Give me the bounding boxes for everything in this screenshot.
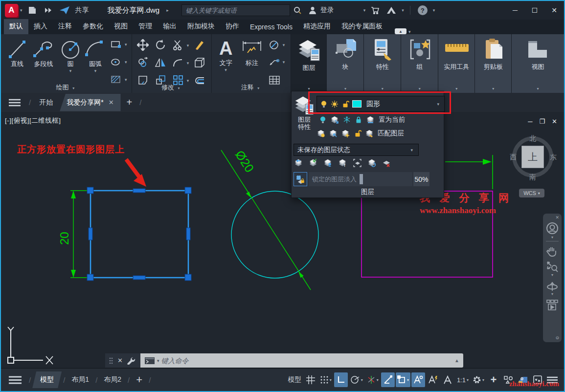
arc-button[interactable]: 圆弧 ▾ xyxy=(83,38,108,73)
autodesk-caret-icon[interactable]: ▾ xyxy=(402,8,404,13)
viewcube-east-label[interactable]: 东 xyxy=(550,153,557,162)
wcs-menu[interactable]: WCS▾ xyxy=(519,189,544,197)
layer-dropdown-caret-icon[interactable]: ▾ xyxy=(437,102,439,107)
annotation-autoscale-toggle[interactable] xyxy=(426,372,440,387)
erase-icon[interactable] xyxy=(194,39,205,51)
clipboard-icon[interactable] xyxy=(484,38,503,61)
zoom-extents-icon[interactable] xyxy=(546,261,559,273)
layer-isolate-icon[interactable] xyxy=(331,116,339,124)
file-tab-close-icon[interactable]: ✕ xyxy=(109,99,114,106)
ellipse-tool-button[interactable]: ▾ xyxy=(111,58,129,66)
unisolate-layers-icon[interactable] xyxy=(329,130,338,138)
properties-panel-caret-icon[interactable]: ▾ xyxy=(364,87,401,91)
ribbon-tab-featured-apps[interactable]: 精选应用 xyxy=(298,19,336,34)
arc-caret-icon[interactable]: ▾ xyxy=(94,68,97,73)
layout2-tab[interactable]: 布局2 xyxy=(99,371,126,388)
ribbon-tab-parametric[interactable]: 参数化 xyxy=(77,19,109,34)
ucs-icon[interactable] xyxy=(8,327,53,364)
maximize-button[interactable]: ☐ xyxy=(525,3,544,18)
quick-access-expand-icon[interactable] xyxy=(45,7,52,13)
layer-dropdown[interactable]: 圆形 ▾ xyxy=(316,96,445,112)
new-file-icon[interactable] xyxy=(28,6,38,15)
annotation-scale-value[interactable]: 1:1 ▾ xyxy=(455,372,470,387)
zoom-caret-icon[interactable]: ▾ xyxy=(551,273,553,277)
set-current-layer-icon[interactable] xyxy=(366,116,375,124)
layers-panel-caret-icon[interactable]: ▾ xyxy=(291,87,326,91)
ribbon-tab-annotate[interactable]: 注释 xyxy=(53,19,77,34)
turn-all-layers-on-icon[interactable] xyxy=(317,130,325,138)
ribbon-tab-output[interactable]: 输出 xyxy=(158,19,182,34)
command-input[interactable] xyxy=(161,357,455,365)
fillet-icon[interactable] xyxy=(172,57,184,68)
command-grip-icon[interactable] xyxy=(109,357,113,364)
close-button[interactable]: ✕ xyxy=(544,3,564,18)
gear-caret-icon[interactable]: ▾ xyxy=(482,378,484,382)
ribbon-tab-manage[interactable]: 管理 xyxy=(133,19,158,34)
properties-panel-label[interactable]: 特性 xyxy=(364,63,401,71)
groups-panel-caret-icon[interactable]: ▾ xyxy=(401,87,438,91)
clipboard-panel-caret-icon[interactable]: ▾ xyxy=(475,87,511,91)
snap-caret-icon[interactable]: ▾ xyxy=(330,378,332,382)
ribbon-tab-insert[interactable]: 插入 xyxy=(28,19,53,34)
groups-panel-label[interactable]: 组 xyxy=(401,63,438,71)
file-tab-drawing[interactable]: 我爱分享网* ✕ xyxy=(60,94,120,111)
fade-value[interactable]: 50% xyxy=(413,172,429,186)
trim-caret-icon[interactable]: ▾ xyxy=(187,43,189,48)
clipboard-panel-label[interactable]: 剪贴板 xyxy=(475,63,511,71)
command-wrench-icon[interactable] xyxy=(127,357,136,365)
copy-icon[interactable] xyxy=(137,57,149,68)
new-drawing-tab-button[interactable]: + xyxy=(121,95,138,110)
text-button[interactable]: A 文字 ▾ xyxy=(216,38,236,72)
diameter-dim-button[interactable]: ▾ xyxy=(269,40,287,50)
navbar-collapse-icon[interactable]: ⊖ xyxy=(555,335,559,340)
ribbon-collapse-button[interactable]: ▲ xyxy=(395,28,407,34)
share-icon[interactable] xyxy=(59,6,70,15)
user-icon[interactable] xyxy=(308,6,317,15)
viewcube-west-label[interactable]: 西 xyxy=(510,153,517,162)
isodraft-toggle[interactable]: ▾ xyxy=(365,372,380,387)
layer-walk-icon[interactable] xyxy=(324,159,332,167)
text-caret-icon[interactable]: ▾ xyxy=(225,67,227,72)
help-caret-icon[interactable]: ▾ xyxy=(433,8,435,13)
viewcube-top-face[interactable]: 上 xyxy=(521,146,544,168)
previous-layer-icon[interactable] xyxy=(294,159,303,167)
viewcube-south-label[interactable]: 南 xyxy=(529,173,536,182)
move-icon[interactable] xyxy=(137,39,149,51)
polar-tracking-toggle[interactable]: ▾ xyxy=(349,372,364,387)
osnap-tracking-toggle[interactable] xyxy=(381,372,395,387)
orbit-icon[interactable] xyxy=(546,280,559,292)
layer-off-icon[interactable] xyxy=(319,116,327,124)
ribbon-tab-view[interactable]: 视图 xyxy=(109,19,133,34)
navigation-wheel-icon[interactable] xyxy=(545,221,560,236)
clean-screen-plus-button[interactable]: + xyxy=(487,372,500,387)
properties-icon[interactable] xyxy=(372,38,394,61)
customization-gear-button[interactable]: ▾ xyxy=(471,372,486,387)
help-search-input[interactable] xyxy=(181,4,290,16)
set-current-label[interactable]: 置为当前 xyxy=(379,115,405,124)
layer-properties-button[interactable]: 图层特性 xyxy=(293,94,316,131)
rectangle-tool-button[interactable]: ▾ xyxy=(111,40,129,49)
navbar-close-icon[interactable]: ✕ xyxy=(555,215,559,220)
osnap-caret-icon[interactable]: ▾ xyxy=(407,378,409,382)
layer-lock-icon[interactable] xyxy=(355,116,362,124)
view-panel-label[interactable]: 视图 xyxy=(512,63,564,71)
layer-unlock-icon[interactable] xyxy=(341,100,349,108)
mirror-icon[interactable] xyxy=(155,57,166,68)
file-tabs-menu-icon[interactable] xyxy=(9,99,21,107)
line-button[interactable]: 直线 xyxy=(6,38,28,68)
annotation-visibility-toggle[interactable] xyxy=(411,372,425,387)
layers-panel-label[interactable]: 图层 xyxy=(291,64,326,72)
search-icon[interactable] xyxy=(294,6,301,14)
leader-button[interactable]: ▾ xyxy=(269,58,287,66)
model-tab[interactable]: 模型 xyxy=(32,371,62,388)
scale-caret-icon[interactable]: ▾ xyxy=(467,378,469,382)
grid-toggle[interactable] xyxy=(304,372,317,387)
view-icon[interactable] xyxy=(526,39,549,60)
circle-caret-icon[interactable]: ▾ xyxy=(69,68,72,73)
panel-layers[interactable]: 图层 ▾ xyxy=(291,34,327,93)
locked-layer-fading-slider[interactable]: 锁定的图层淡入 xyxy=(309,172,412,186)
ribbon-tab-default[interactable]: 默认 xyxy=(4,19,28,34)
command-prompt-icon[interactable] xyxy=(144,357,155,365)
match-layer-icon[interactable] xyxy=(365,130,374,138)
fade-slider-cursor[interactable] xyxy=(360,174,363,184)
